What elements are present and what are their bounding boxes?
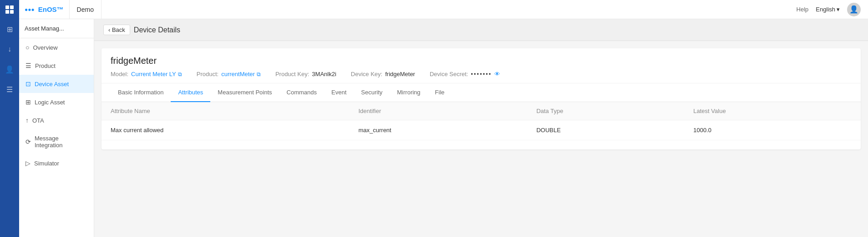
app-wrapper: ⊞ ↓ 👤 ☰ Asset Manag... ○ Overview ☰ (0, 0, 868, 237)
sidebar-item-logic-asset[interactable]: ⊞ Logic Asset (19, 93, 94, 111)
tab-basic-information[interactable]: Basic Information (111, 83, 171, 102)
attributes-table-container: Attribute Name Identifier Data Type Late… (102, 102, 861, 149)
device-asset-icon: ⊡ (25, 80, 31, 88)
back-button[interactable]: ‹ Back (103, 25, 130, 35)
col-data-type: Data Type (527, 102, 684, 120)
product-text: currentMeter (221, 71, 255, 77)
logo-cell (10, 5, 14, 9)
brand-name: EnOS™ (38, 5, 64, 13)
col-attribute-name: Attribute Name (102, 102, 349, 120)
user-icon: 👤 (5, 65, 14, 74)
table-row: Max current allowed max_current DOUBLE 1… (102, 120, 861, 140)
product-label: Product: (197, 71, 218, 77)
sidebar-item-product[interactable]: ☰ Product (19, 57, 94, 75)
sidebar-item-label: OTA (32, 117, 44, 124)
nav-rail-download[interactable]: ↓ (0, 39, 19, 59)
product-key-label: Product Key: (275, 71, 309, 77)
model-text: Current Meter LY (131, 71, 176, 77)
avatar-icon: 👤 (849, 5, 858, 14)
sidebar-item-label: Product (35, 62, 56, 69)
tab-security[interactable]: Security (354, 83, 390, 102)
sidebar-header: Asset Manag... (19, 19, 94, 38)
topbar-brand: ●●● EnOS™ (19, 0, 70, 19)
tab-attributes[interactable]: Attributes (171, 83, 210, 102)
brand-logo-dots: ●●● (25, 6, 35, 13)
device-meta: Model: Current Meter LY ⧉ Product: curre… (111, 71, 852, 77)
device-name: fridgeMeter (111, 56, 852, 66)
cell-data-type: DOUBLE (527, 120, 684, 140)
chevron-down-icon: ▾ (837, 6, 840, 13)
product-meta: Product: currentMeter ⧉ (197, 71, 261, 77)
page-header: ‹ Back Device Details (94, 19, 868, 41)
sidebar-item-message-integration[interactable]: ⟳ Message Integration (19, 129, 94, 154)
language-label: English (816, 6, 835, 13)
col-latest-value: Latest Value (684, 102, 861, 120)
device-key-label: Device Key: (351, 71, 382, 77)
nav-rail: ⊞ ↓ 👤 ☰ (0, 19, 19, 237)
ota-icon: ↑ (25, 117, 29, 124)
language-selector[interactable]: English ▾ (816, 6, 840, 13)
product-key-value: 3MAnlk2i (312, 71, 336, 77)
cell-identifier: max_current (349, 120, 527, 140)
sidebar: Asset Manag... ○ Overview ☰ Product ⊡ De… (19, 19, 94, 237)
table-header: Attribute Name Identifier Data Type Late… (102, 102, 861, 120)
simulator-icon: ▷ (25, 160, 30, 167)
logo-cell (5, 10, 9, 14)
model-meta: Model: Current Meter LY ⧉ (111, 71, 182, 77)
model-value[interactable]: Current Meter LY ⧉ (131, 71, 182, 77)
device-card: fridgeMeter Model: Current Meter LY ⧉ Pr… (102, 48, 861, 149)
device-secret-value: ••••••• (471, 71, 492, 77)
sidebar-item-device-asset[interactable]: ⊡ Device Asset (19, 75, 94, 93)
tabs: Basic Information Attributes Measurement… (102, 83, 861, 102)
logo-grid (5, 5, 14, 14)
left-panel: ⊞ ↓ 👤 ☰ Asset Manag... ○ Overview ☰ (0, 19, 94, 237)
sidebar-item-label: Logic Asset (35, 99, 65, 106)
tab-mirroring[interactable]: Mirroring (390, 83, 427, 102)
sidebar-item-overview[interactable]: ○ Overview (19, 38, 94, 57)
nav-rail-user[interactable]: 👤 (0, 59, 19, 79)
topbar-logo-area (0, 0, 19, 19)
show-secret-icon[interactable]: 👁 (494, 71, 500, 77)
sidebar-item-label: Message Integration (35, 135, 87, 149)
overview-icon: ○ (25, 44, 29, 51)
device-secret-meta: Device Secret: ••••••• 👁 (430, 71, 500, 77)
topbar-app-name: Demo (70, 0, 102, 19)
product-key-meta: Product Key: 3MAnlk2i (275, 71, 336, 77)
device-key-meta: Device Key: fridgeMeter (351, 71, 415, 77)
logo-cell (5, 5, 9, 9)
tab-measurement-points[interactable]: Measurement Points (210, 83, 279, 102)
tab-commands[interactable]: Commands (279, 83, 324, 102)
model-label: Model: (111, 71, 128, 77)
logo-cell (10, 10, 14, 14)
nav-rail-home[interactable]: ⊞ (0, 19, 19, 39)
tab-file[interactable]: File (428, 83, 452, 102)
message-integration-icon: ⟳ (25, 138, 31, 145)
device-secret-label: Device Secret: (430, 71, 468, 77)
sidebar-item-label: Simulator (34, 160, 59, 167)
topbar: ●●● EnOS™ Demo Help English ▾ 👤 (0, 0, 868, 19)
table-header-row: Attribute Name Identifier Data Type Late… (102, 102, 861, 120)
product-link-icon[interactable]: ⧉ (257, 71, 261, 77)
table-body: Max current allowed max_current DOUBLE 1… (102, 120, 861, 140)
page-title: Device Details (134, 26, 180, 34)
help-link[interactable]: Help (797, 6, 809, 13)
cell-attribute-name: Max current allowed (102, 120, 349, 140)
home-icon: ⊞ (7, 25, 13, 34)
sidebar-item-label: Overview (33, 44, 57, 51)
device-info: fridgeMeter Model: Current Meter LY ⧉ Pr… (102, 48, 861, 83)
logic-asset-icon: ⊞ (25, 98, 31, 106)
docs-icon: ☰ (6, 85, 13, 94)
sidebar-module-label: Asset Manag... (25, 25, 64, 32)
sidebar-item-ota[interactable]: ↑ OTA (19, 111, 94, 129)
sidebar-item-simulator[interactable]: ▷ Simulator (19, 154, 94, 172)
model-link-icon[interactable]: ⧉ (178, 71, 182, 77)
user-avatar[interactable]: 👤 (847, 3, 861, 16)
tab-event[interactable]: Event (324, 83, 354, 102)
product-value[interactable]: currentMeter ⧉ (221, 71, 261, 77)
sidebar-item-label: Device Asset (35, 81, 69, 88)
main-content: ‹ Back Device Details fridgeMeter Model:… (94, 19, 868, 237)
col-identifier: Identifier (349, 102, 527, 120)
nav-rail-docs[interactable]: ☰ (0, 79, 19, 99)
device-key-value: fridgeMeter (385, 71, 415, 77)
product-icon: ☰ (25, 62, 31, 69)
